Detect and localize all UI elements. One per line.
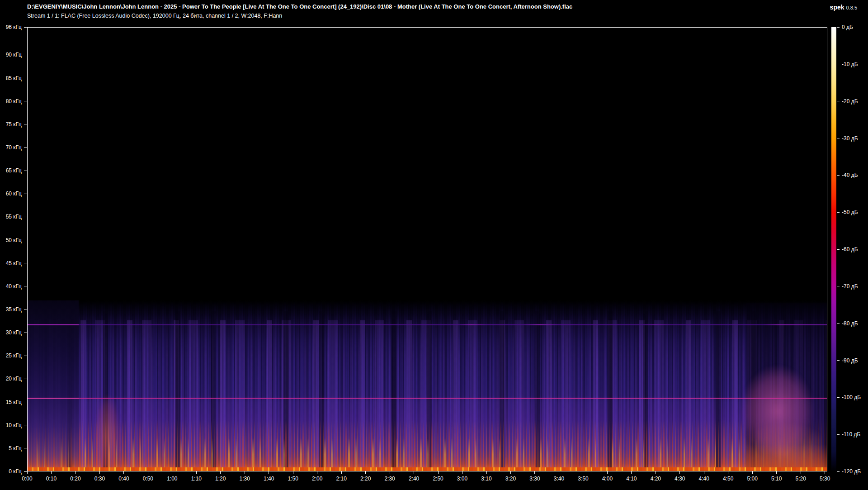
time-tick-mark xyxy=(220,471,221,474)
frequency-tick-mark xyxy=(24,124,27,124)
frequency-tick-mark xyxy=(24,78,27,78)
time-tick-mark xyxy=(728,471,728,474)
time-tick-mark xyxy=(776,471,777,474)
time-tick-label: 0:30 xyxy=(94,476,105,482)
frequency-tick-label: 60 кГц xyxy=(6,190,22,197)
time-tick-mark xyxy=(245,471,245,474)
frequency-tick-label: 15 кГц xyxy=(6,399,22,405)
frequency-tick-label: 70 кГц xyxy=(6,144,22,151)
frequency-tick-mark xyxy=(24,240,27,240)
time-tick-mark xyxy=(631,471,632,474)
db-tick-label: -50 дБ xyxy=(842,209,858,215)
db-tick-mark xyxy=(837,249,840,250)
time-tick-label: 4:20 xyxy=(651,476,661,482)
time-tick-mark xyxy=(679,471,680,474)
time-tick-label: 5:00 xyxy=(747,476,758,482)
time-tick-mark xyxy=(559,471,559,474)
time-tick-label: 0:10 xyxy=(46,476,57,482)
spectrogram-quiet-intro xyxy=(28,300,79,471)
time-tick-mark xyxy=(27,471,28,474)
time-tick-label: 1:30 xyxy=(240,476,250,482)
frequency-tick-mark xyxy=(24,194,27,194)
db-tick-mark xyxy=(837,434,840,435)
db-tick-label: -30 дБ xyxy=(842,135,858,142)
time-tick-mark xyxy=(414,471,414,474)
frequency-tick-label: 75 кГц xyxy=(6,121,22,128)
time-tick-label: 4:30 xyxy=(675,476,685,482)
db-tick-label: -10 дБ xyxy=(842,61,858,67)
time-tick-label: 3:10 xyxy=(481,476,491,482)
db-tick-mark xyxy=(837,175,840,176)
db-tick-label: 0 дБ xyxy=(842,24,853,30)
db-tick-mark xyxy=(837,323,840,323)
frequency-tick-label: 10 кГц xyxy=(6,422,22,428)
stream-info: Stream 1 / 1: FLAC (Free Lossless Audio … xyxy=(27,13,282,19)
frequency-tick-mark xyxy=(24,402,27,402)
frequency-tick-label: 50 кГц xyxy=(6,237,22,243)
db-tick-mark xyxy=(837,138,840,138)
time-tick-mark xyxy=(123,471,124,474)
frequency-tick-label: 25 кГц xyxy=(6,352,22,359)
db-tick-label: -120 дБ xyxy=(842,468,861,475)
db-tick-label: -20 дБ xyxy=(842,98,858,105)
app-name: spek xyxy=(830,4,844,11)
spectrogram-plot xyxy=(27,27,827,471)
time-tick-label: 1:50 xyxy=(288,476,298,482)
frequency-tick-label: 5 кГц xyxy=(9,445,22,452)
db-tick-mark xyxy=(837,360,840,361)
frequency-tick-label: 20 кГц xyxy=(6,376,22,382)
time-tick-mark xyxy=(583,471,583,474)
db-tick-label: -80 дБ xyxy=(842,320,858,327)
time-tick-mark xyxy=(438,471,439,474)
frequency-tick-mark xyxy=(24,356,27,356)
time-tick-mark xyxy=(341,471,342,474)
frequency-tick-mark xyxy=(24,309,27,309)
time-tick-mark xyxy=(317,471,317,474)
time-tick-mark xyxy=(534,471,535,474)
time-tick-label: 4:40 xyxy=(699,476,709,482)
frequency-tick-mark xyxy=(24,101,27,101)
time-tick-mark xyxy=(825,471,825,474)
db-tick-label: -70 дБ xyxy=(842,283,858,290)
time-tick-mark xyxy=(390,471,390,474)
time-tick-mark xyxy=(293,471,293,474)
time-tick-mark xyxy=(269,471,269,474)
time-tick-mark xyxy=(75,471,75,474)
time-tick-label: 0:40 xyxy=(118,476,129,482)
time-tick-label: 1:00 xyxy=(167,476,177,482)
frequency-tick-label: 96 кГц xyxy=(6,24,22,30)
frequency-tick-mark xyxy=(24,425,27,425)
time-tick-mark xyxy=(365,471,366,474)
app-version: 0.8.5 xyxy=(846,5,857,10)
time-tick-mark xyxy=(462,471,462,474)
spectrogram xyxy=(28,28,827,471)
time-tick-label: 4:10 xyxy=(626,476,637,482)
spectrogram-early-burst xyxy=(94,347,121,467)
time-tick-label: 3:50 xyxy=(578,476,588,482)
time-tick-label: 1:40 xyxy=(264,476,274,482)
time-tick-label: 2:10 xyxy=(336,476,346,482)
time-tick-mark xyxy=(148,471,148,474)
frequency-tick-label: 45 кГц xyxy=(6,260,22,266)
frequency-tick-label: 55 кГц xyxy=(6,214,22,220)
frequency-tick-mark xyxy=(24,379,27,379)
db-tick-mark xyxy=(837,471,840,472)
db-axis: 0 дБ -10 дБ -20 дБ -30 дБ -40 дБ -50 дБ … xyxy=(836,27,868,471)
time-tick-mark xyxy=(704,471,704,474)
time-tick-label: 0:50 xyxy=(143,476,153,482)
time-tick-label: 3:40 xyxy=(554,476,564,482)
frequency-tick-mark xyxy=(24,27,27,28)
time-tick-mark xyxy=(172,471,172,474)
frequency-axis: 96 кГц 90 кГц 85 кГц 80 кГц 75 кГц 70 кГ… xyxy=(0,27,27,471)
db-tick-mark xyxy=(837,64,840,64)
time-tick-mark xyxy=(99,471,100,474)
time-tick-label: 5:10 xyxy=(771,476,782,482)
frequency-tick-label: 30 кГц xyxy=(6,329,22,336)
time-tick-mark xyxy=(801,471,801,474)
time-tick-mark xyxy=(486,471,487,474)
time-tick-label: 2:40 xyxy=(409,476,419,482)
time-tick-label: 4:50 xyxy=(723,476,733,482)
time-tick-label: 0:00 xyxy=(22,476,32,482)
spectral-line-31khz xyxy=(28,324,827,325)
time-tick-label: 2:20 xyxy=(360,476,371,482)
